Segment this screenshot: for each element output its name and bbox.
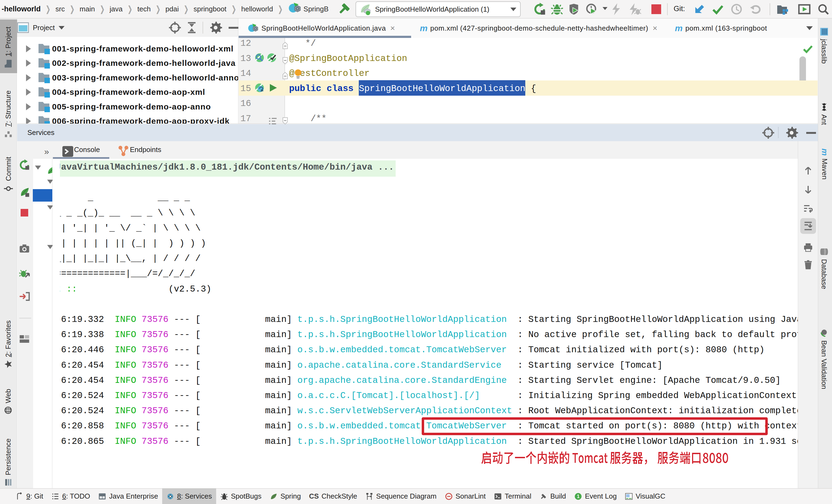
svg-text:1: 1 bbox=[577, 494, 579, 499]
